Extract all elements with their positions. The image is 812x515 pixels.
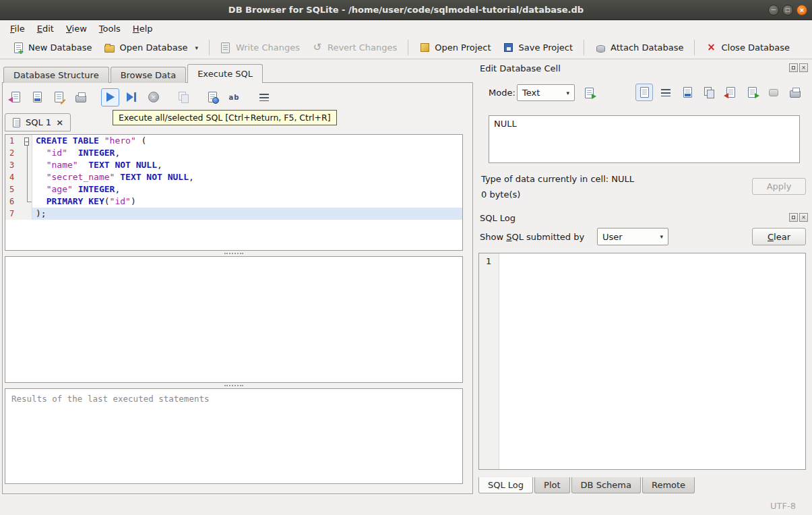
sql-tab-bar: SQL 1 ×	[5, 113, 71, 131]
dock-tab-sql-log[interactable]: SQL Log	[478, 477, 533, 493]
sql-log-dock-buttons: ×	[789, 213, 808, 222]
close-tab-icon[interactable]: ×	[56, 118, 63, 127]
dock-close-icon[interactable]: ×	[799, 213, 808, 222]
open-file-icon	[682, 87, 693, 98]
stop-icon: ×	[148, 92, 159, 102]
tab-database-structure[interactable]: Database Structure	[3, 67, 109, 83]
copy-icon	[178, 92, 189, 102]
text-mode-toggle-button[interactable]	[635, 84, 653, 101]
save-sql-file-button[interactable]	[28, 88, 46, 107]
text-document-icon	[639, 87, 650, 98]
sql-log-list[interactable]: 1	[478, 253, 806, 470]
open-project-icon	[419, 42, 430, 53]
dock-tab-db-schema[interactable]: DB Schema	[571, 477, 641, 493]
chevron-down-icon: ▾	[560, 90, 569, 96]
editor-line: 6 PRIMARY KEY("id")	[5, 195, 462, 208]
open-file-button[interactable]	[679, 84, 696, 101]
mode-select[interactable]: Text ▾	[517, 84, 575, 101]
editor-line: 2 "id" INTEGER,	[5, 147, 462, 159]
export-file-button[interactable]	[743, 84, 761, 101]
chevron-down-icon[interactable]: ▾	[195, 44, 198, 51]
menu-help[interactable]: Help	[127, 22, 159, 36]
attach-database-button[interactable]: Attach Database	[589, 40, 689, 56]
editor-line: 5 "age" INTEGER,	[5, 183, 462, 195]
log-filter-select[interactable]: User ▾	[597, 228, 668, 245]
results-message: Results of the last executed statements	[5, 388, 463, 484]
save-sql-file-icon	[32, 92, 43, 102]
import-cell-data-button[interactable]	[580, 84, 598, 102]
window-controls: — □ ×	[768, 5, 807, 16]
sql-toolbar: ×	[7, 86, 276, 108]
results-grid	[5, 256, 463, 383]
execute-current-line-icon	[127, 92, 137, 102]
format-sql-button[interactable]	[255, 88, 273, 107]
save-sql-file-as-button[interactable]	[50, 88, 68, 107]
find-replace-icon	[229, 92, 240, 102]
dock-float-icon[interactable]	[789, 213, 798, 222]
toolbar-separator	[408, 40, 408, 55]
line-number: 5	[5, 183, 23, 195]
chevron-down-icon: ▾	[654, 233, 663, 240]
fold-marker[interactable]: −	[23, 135, 32, 147]
open-sql-file-button[interactable]	[7, 88, 25, 107]
export-results-button[interactable]	[204, 88, 222, 107]
open-project-button[interactable]: Open Project	[413, 40, 497, 56]
log-filter-label: Show SQL submitted by	[480, 232, 584, 242]
attach-database-icon	[595, 42, 606, 53]
close-database-icon: ×	[706, 42, 716, 53]
revert-changes-button: ↺ Revert Changes	[306, 40, 403, 56]
line-number: 3	[5, 159, 23, 171]
set-null-button[interactable]	[765, 84, 782, 101]
dock-tab-remote[interactable]: Remote	[642, 477, 695, 493]
minimize-icon[interactable]: —	[768, 5, 779, 16]
execute-current-line-button[interactable]	[123, 88, 141, 107]
cell-type-info: Type of data currently in cell: NULL	[481, 174, 634, 184]
main-tab-bar: Database Structure Browse Data Execute S…	[3, 64, 264, 83]
copy-cell-button[interactable]	[700, 84, 718, 101]
copy-results-button	[174, 88, 192, 107]
save-project-button[interactable]: Save Project	[497, 40, 580, 56]
toolbar-separator	[694, 40, 695, 55]
tab-browse-data[interactable]: Browse Data	[111, 67, 187, 83]
splitter-handle[interactable]	[5, 383, 463, 388]
tab-execute-sql[interactable]: Execute SQL	[187, 64, 263, 83]
set-null-icon	[768, 87, 779, 98]
new-database-button[interactable]: New Database	[7, 40, 98, 56]
splitter-handle[interactable]	[5, 251, 463, 256]
menu-edit[interactable]: Edit	[31, 22, 60, 36]
close-database-button[interactable]: × Close Database	[699, 40, 796, 56]
cell-value-editor[interactable]: NULL	[489, 115, 800, 163]
menu-view[interactable]: View	[60, 22, 93, 36]
menu-tools[interactable]: Tools	[93, 22, 127, 36]
execute-all-button[interactable]	[101, 88, 119, 107]
log-line-number: 1	[479, 253, 499, 469]
right-pane: Edit Database Cell × Mode: Text ▾ NULL T…	[475, 59, 812, 497]
sql-editor[interactable]: 1 − CREATE TABLE "hero" ( 2 "id" INTEGER…	[5, 134, 463, 251]
find-replace-button[interactable]	[225, 88, 243, 107]
maximize-icon[interactable]: □	[782, 5, 793, 16]
import-file-button[interactable]	[722, 84, 739, 101]
open-database-button[interactable]: Open Database ▾	[98, 40, 204, 56]
copy-icon	[704, 87, 714, 98]
sql-editor-tab[interactable]: SQL 1 ×	[5, 113, 71, 131]
print-sql-button[interactable]	[71, 88, 90, 107]
dock-float-icon[interactable]	[789, 63, 798, 72]
main-toolbar: New Database Open Database ▾ Write Chang…	[0, 36, 812, 59]
database-export-icon	[208, 92, 218, 102]
left-pane: Database Structure Browse Data Execute S…	[0, 59, 475, 497]
menu-file[interactable]: File	[4, 22, 31, 36]
close-icon[interactable]: ×	[797, 5, 807, 16]
revert-changes-icon: ↺	[312, 42, 323, 53]
print-cell-button[interactable]	[786, 84, 804, 101]
editor-line-current: 7 );	[5, 208, 462, 220]
edit-cell-dock-buttons: ×	[789, 63, 808, 72]
dock-close-icon[interactable]: ×	[799, 63, 808, 72]
word-wrap-button[interactable]	[657, 84, 675, 101]
line-number: 7	[5, 208, 23, 220]
print-icon	[790, 87, 801, 98]
clear-log-button[interactable]: Clear	[752, 228, 806, 245]
cell-size-info: 0 byte(s)	[481, 189, 520, 200]
line-number: 4	[5, 171, 23, 183]
sql-log-title: SQL Log	[480, 213, 516, 223]
dock-tab-plot[interactable]: Plot	[534, 477, 570, 493]
